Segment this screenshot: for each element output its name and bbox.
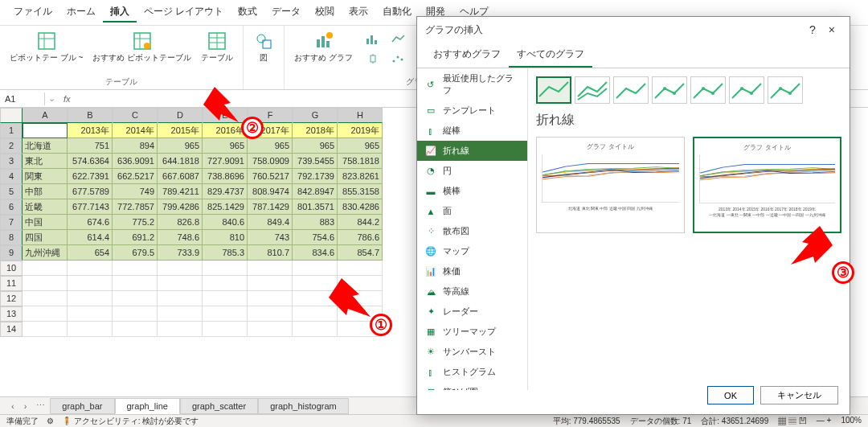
ok-button[interactable]: OK xyxy=(707,386,754,404)
menu-ページ レイアウト[interactable]: ページ レイアウト xyxy=(137,2,231,23)
menu-表示[interactable]: 表示 xyxy=(342,2,375,23)
zoom-level[interactable]: 100% xyxy=(841,416,862,427)
line-chart-icon[interactable] xyxy=(387,31,411,48)
row-header-8[interactable]: 8 xyxy=(0,230,23,245)
chart-category-7[interactable]: ⁘散布図 xyxy=(417,221,527,241)
row-header-12[interactable]: 12 xyxy=(0,291,23,306)
cell[interactable] xyxy=(203,261,248,276)
cell[interactable]: 758.0909 xyxy=(248,154,293,169)
cell[interactable]: 760.5217 xyxy=(248,169,293,184)
menu-挿入[interactable]: 挿入 xyxy=(103,2,137,23)
col-header-D[interactable]: D xyxy=(158,108,203,123)
cell[interactable]: 754.6 xyxy=(293,230,338,245)
select-all-corner[interactable] xyxy=(0,108,23,123)
pivot-table-button[interactable]: ピボットテー ブル ~ xyxy=(5,29,88,64)
cell[interactable]: 855.3158 xyxy=(338,184,383,199)
chart-category-2[interactable]: ⫿縦棒 xyxy=(417,121,527,141)
cell[interactable]: 801.3571 xyxy=(293,199,338,215)
row-header-7[interactable]: 7 xyxy=(0,215,23,230)
cell[interactable] xyxy=(113,276,158,291)
chart-category-12[interactable]: ▦ツリーマップ xyxy=(417,322,527,342)
tab-nav-next[interactable]: › xyxy=(19,401,32,411)
cell[interactable]: 614.4 xyxy=(68,230,113,245)
cell[interactable] xyxy=(248,276,293,291)
row-header-13[interactable]: 13 xyxy=(0,306,23,322)
cell[interactable]: 842.8947 xyxy=(293,184,338,199)
cell[interactable]: 644.1818 xyxy=(158,154,203,169)
row-header-11[interactable]: 11 xyxy=(0,276,23,291)
menu-自動化[interactable]: 自動化 xyxy=(375,2,419,23)
cell[interactable]: 関東 xyxy=(23,169,68,184)
row-header-6[interactable]: 6 xyxy=(0,199,23,215)
cell[interactable]: 854.7 xyxy=(338,245,383,261)
chart-category-5[interactable]: ▬横棒 xyxy=(417,181,527,201)
line-subtype-6[interactable] xyxy=(768,76,803,104)
chart-category-3[interactable]: 📈折れ線 xyxy=(417,141,527,161)
cell[interactable]: 667.6087 xyxy=(158,169,203,184)
row-header-14[interactable]: 14 xyxy=(0,322,23,337)
cell[interactable] xyxy=(68,261,113,276)
cell[interactable] xyxy=(203,276,248,291)
row-header-9[interactable]: 9 xyxy=(0,245,23,261)
image-button[interactable]: 図 xyxy=(248,29,279,64)
line-subtype-1[interactable] xyxy=(575,76,610,104)
col-header-C[interactable]: C xyxy=(113,108,158,123)
row-header-1[interactable]: 1 xyxy=(0,123,23,138)
chart-category-6[interactable]: ▲面 xyxy=(417,201,527,221)
cell[interactable]: 654 xyxy=(68,245,113,261)
zoom-slider[interactable]: — + xyxy=(817,416,832,427)
menu-ファイル[interactable]: ファイル xyxy=(6,2,59,23)
cell[interactable]: 636.9091 xyxy=(113,154,158,169)
cell[interactable] xyxy=(158,306,203,322)
cell[interactable]: 894 xyxy=(113,138,158,154)
cell[interactable]: 677.7143 xyxy=(68,199,113,215)
cell[interactable]: 829.4737 xyxy=(203,184,248,199)
menu-校閲[interactable]: 校閲 xyxy=(308,2,342,23)
cell[interactable]: 743 xyxy=(248,230,293,245)
cell[interactable]: 787.1429 xyxy=(248,199,293,215)
cancel-button[interactable]: キャンセル xyxy=(760,386,838,404)
column-chart-icon[interactable] xyxy=(361,31,385,48)
col-header-B[interactable]: B xyxy=(68,108,113,123)
cell[interactable]: 810 xyxy=(203,230,248,245)
cell[interactable] xyxy=(338,276,383,291)
chart-preview-2[interactable]: グラフ タイトル 2013年 2014年 2015年 2016年 2017年 2… xyxy=(693,137,841,233)
chart-category-0[interactable]: ↺最近使用したグラフ xyxy=(417,68,527,101)
cell[interactable] xyxy=(338,291,383,306)
cell[interactable]: 785.3 xyxy=(203,245,248,261)
sheet-tab-graph_scatter[interactable]: graph_scatter xyxy=(180,398,258,414)
cell[interactable]: 758.1818 xyxy=(338,154,383,169)
row-header-3[interactable]: 3 xyxy=(0,154,23,169)
cell[interactable]: 965 xyxy=(338,138,383,154)
cell[interactable]: 810.7 xyxy=(248,245,293,261)
cell[interactable] xyxy=(113,291,158,306)
cell[interactable] xyxy=(68,322,113,337)
chart-category-10[interactable]: ⛰等高線 xyxy=(417,281,527,302)
cell[interactable]: 727.9091 xyxy=(203,154,248,169)
cell[interactable]: 965 xyxy=(158,138,203,154)
cell[interactable]: 中部 xyxy=(23,184,68,199)
row-header-2[interactable]: 2 xyxy=(0,138,23,154)
menu-データ[interactable]: データ xyxy=(264,2,308,23)
cell[interactable]: 四国 xyxy=(23,230,68,245)
sheet-tab-graph_line[interactable]: graph_line xyxy=(115,398,180,414)
cell[interactable]: 662.5217 xyxy=(113,169,158,184)
cell[interactable] xyxy=(293,261,338,276)
cell[interactable] xyxy=(113,322,158,337)
cell[interactable]: 679.5 xyxy=(113,245,158,261)
chart-category-8[interactable]: 🌐マップ xyxy=(417,241,527,261)
cell[interactable]: 808.9474 xyxy=(248,184,293,199)
cell[interactable]: 748.6 xyxy=(158,230,203,245)
cell[interactable] xyxy=(158,291,203,306)
cell[interactable]: 825.1429 xyxy=(203,199,248,215)
cell[interactable]: 844.2 xyxy=(338,215,383,230)
line-subtype-4[interactable] xyxy=(690,76,726,104)
row-header-10[interactable]: 10 xyxy=(0,261,23,276)
tab-nav-prev[interactable]: ‹ xyxy=(6,401,19,411)
cell[interactable] xyxy=(248,291,293,306)
stat-chart-icon[interactable] xyxy=(361,50,385,68)
cell-header[interactable]: 2018年 xyxy=(293,123,338,138)
cell[interactable] xyxy=(23,261,68,276)
cell[interactable]: 677.5789 xyxy=(68,184,113,199)
line-subtype-5[interactable] xyxy=(729,76,764,104)
